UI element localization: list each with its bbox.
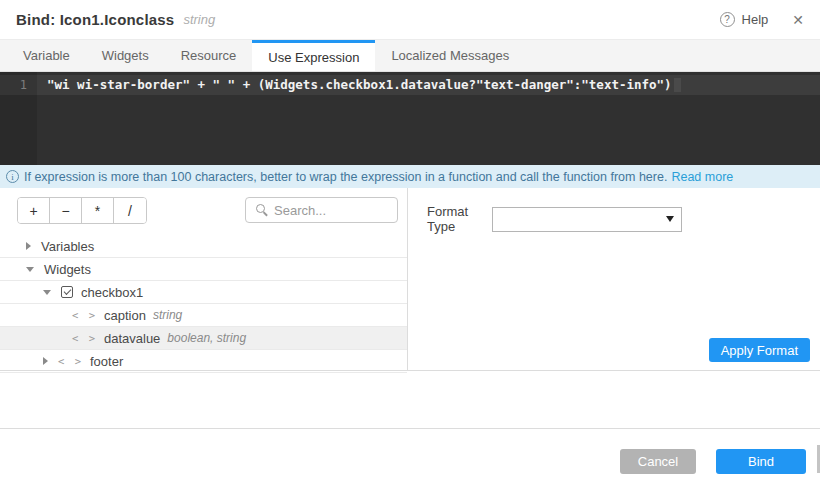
editor-cursor — [674, 78, 681, 92]
tree-item-type: string — [153, 308, 182, 322]
editor-gutter: 1 — [0, 72, 37, 165]
dialog-footer: Cancel Bind — [0, 428, 820, 489]
tree-item-widgets[interactable]: Widgets — [0, 258, 407, 281]
format-type-label: Format Type — [427, 204, 492, 234]
format-panel: Format Type Apply Format — [408, 188, 820, 370]
property-code-icon: < > — [58, 355, 83, 367]
tree-item-label: caption — [104, 308, 146, 323]
dialog-title: Bind: Icon1.Iconclass — [16, 11, 174, 28]
tree-item-label: datavalue — [104, 331, 160, 346]
info-text: If expression is more than 100 character… — [24, 170, 667, 184]
info-icon: i — [6, 170, 19, 183]
caret-down-icon[interactable] — [26, 267, 34, 272]
tree-item-checkbox1[interactable]: checkbox1 — [0, 281, 407, 304]
tree-item-datavalue[interactable]: < >datavalueboolean, string — [0, 327, 407, 350]
caret-right-icon[interactable] — [26, 242, 31, 250]
bound-property-type: string — [183, 12, 215, 27]
tree-item-footer[interactable]: < >footer — [0, 350, 407, 373]
operator-plus-button[interactable]: + — [18, 198, 50, 223]
search-input[interactable] — [274, 203, 384, 218]
tree-item-label: Widgets — [44, 262, 91, 277]
property-code-icon: < > — [72, 309, 97, 321]
tree-item-label: footer — [90, 354, 123, 369]
chevron-down-icon — [666, 216, 674, 222]
apply-format-button[interactable]: Apply Format — [709, 338, 810, 362]
operator-button-group: +−*/ — [17, 197, 147, 224]
line-number: 1 — [0, 75, 37, 95]
search-box[interactable] — [245, 197, 398, 223]
expression-code[interactable]: "wi wi-star-border" + " " + (Widgets.che… — [47, 75, 672, 95]
tab-bar: VariableWidgetsResourceUse ExpressionLoc… — [0, 40, 820, 72]
tree-item-label: Variables — [41, 239, 94, 254]
caret-down-icon[interactable] — [43, 290, 51, 295]
tree-item-type: boolean, string — [167, 331, 246, 345]
tab-resource[interactable]: Resource — [165, 40, 253, 71]
format-type-select[interactable] — [492, 207, 682, 232]
help-link[interactable]: Help — [742, 12, 769, 27]
dialog-header: Bind: Icon1.Iconclass string ? Help ✕ — [0, 0, 820, 40]
search-icon — [255, 203, 269, 217]
expression-editor[interactable]: 1 "wi wi-star-border" + " " + (Widgets.c… — [0, 72, 820, 165]
property-code-icon: < > — [72, 332, 97, 344]
tree-item-caption[interactable]: < >captionstring — [0, 304, 407, 327]
help-icon[interactable]: ? — [720, 12, 735, 27]
operator-divide-button[interactable]: / — [114, 198, 146, 223]
tab-use-expression[interactable]: Use Expression — [252, 40, 375, 71]
tab-widgets[interactable]: Widgets — [86, 40, 165, 71]
operator-minus-button[interactable]: − — [50, 198, 82, 223]
tree-item-label: checkbox1 — [81, 285, 143, 300]
binding-tree: VariablesWidgetscheckbox1< >captionstrin… — [0, 235, 407, 373]
operator-multiply-button[interactable]: * — [82, 198, 114, 223]
tree-item-variables[interactable]: Variables — [0, 235, 407, 258]
editor-code-area[interactable]: "wi wi-star-border" + " " + (Widgets.che… — [37, 72, 820, 165]
caret-right-icon[interactable] — [43, 357, 48, 365]
tab-variable[interactable]: Variable — [7, 40, 86, 71]
read-more-link[interactable]: Read more — [671, 170, 733, 184]
cancel-button[interactable]: Cancel — [620, 449, 696, 474]
tab-localized-messages[interactable]: Localized Messages — [375, 40, 525, 71]
info-bar: i If expression is more than 100 charact… — [0, 165, 820, 188]
expression-tree-panel: +−*/ VariablesWidgetscheckbox1< >caption… — [0, 188, 408, 370]
bind-button[interactable]: Bind — [716, 449, 806, 474]
close-icon[interactable]: ✕ — [792, 13, 804, 27]
checkbox-widget-icon — [61, 286, 73, 298]
